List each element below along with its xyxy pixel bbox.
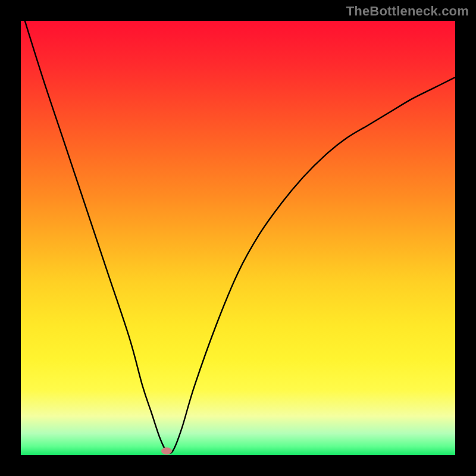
chart-frame: TheBottleneck.com: [0, 0, 476, 476]
plot-area: [21, 21, 455, 455]
watermark-text: TheBottleneck.com: [346, 4, 469, 19]
curve-layer: [21, 21, 455, 455]
optimal-point-marker: [161, 447, 172, 455]
bottleneck-curve: [21, 21, 455, 453]
